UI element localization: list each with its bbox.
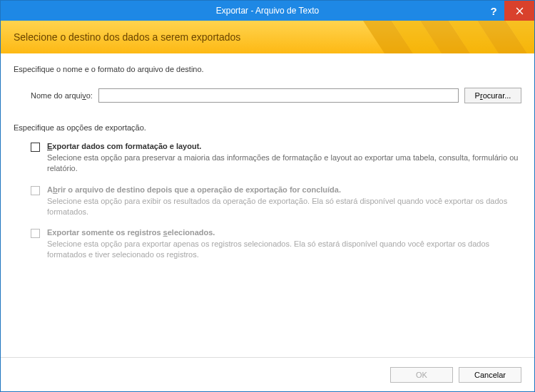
option-export-formatting: Exportar dados com formatação e layout. … bbox=[14, 142, 521, 174]
option-desc: Selecione esta opção para exportar apena… bbox=[47, 239, 521, 260]
footer: OK Cancelar bbox=[1, 357, 534, 391]
ok-button[interactable]: OK bbox=[390, 367, 453, 383]
option-desc: Selecione esta opção para exibir os resu… bbox=[47, 196, 521, 217]
close-button[interactable] bbox=[504, 1, 534, 21]
help-button[interactable]: ? bbox=[483, 1, 504, 21]
checkbox-export-formatting[interactable] bbox=[31, 143, 40, 152]
option-title: Exportar dados com formatação e layout. bbox=[47, 142, 521, 150]
option-title: Abrir o arquivo de destino depois que a … bbox=[47, 185, 521, 194]
content-area: Especifique o nome e o formato do arquiv… bbox=[1, 53, 534, 357]
close-icon bbox=[516, 7, 524, 15]
option-desc: Selecione esta opção para preservar a ma… bbox=[47, 153, 521, 174]
browse-button[interactable]: Procurar... bbox=[464, 88, 521, 103]
checkbox-open-after bbox=[31, 186, 40, 195]
window-title: Exportar - Arquivo de Texto bbox=[216, 6, 320, 16]
titlebar-controls: ? bbox=[483, 1, 534, 21]
file-instruction: Especifique o nome e o formato do arquiv… bbox=[14, 65, 521, 73]
help-icon: ? bbox=[490, 5, 496, 17]
options-header: Especifique as opções de exportação. bbox=[14, 123, 521, 132]
option-open-after: Abrir o arquivo de destino depois que a … bbox=[14, 185, 521, 217]
filename-input[interactable] bbox=[98, 88, 459, 103]
checkbox-selected-only bbox=[31, 229, 40, 238]
filename-row: Nome do arquivo: Procurar... bbox=[14, 88, 521, 103]
filename-label: Nome do arquivo: bbox=[31, 91, 93, 100]
cancel-button[interactable]: Cancelar bbox=[459, 367, 521, 383]
option-title: Exportar somente os registros selecionad… bbox=[47, 228, 521, 237]
banner-decoration bbox=[363, 21, 534, 53]
banner: Selecione o destino dos dados a serem ex… bbox=[1, 21, 534, 53]
titlebar: Exportar - Arquivo de Texto ? bbox=[1, 1, 534, 21]
option-selected-only: Exportar somente os registros selecionad… bbox=[14, 228, 521, 260]
export-dialog: Exportar - Arquivo de Texto ? Selecione … bbox=[0, 0, 535, 392]
banner-title: Selecione o destino dos dados a serem ex… bbox=[14, 31, 240, 43]
